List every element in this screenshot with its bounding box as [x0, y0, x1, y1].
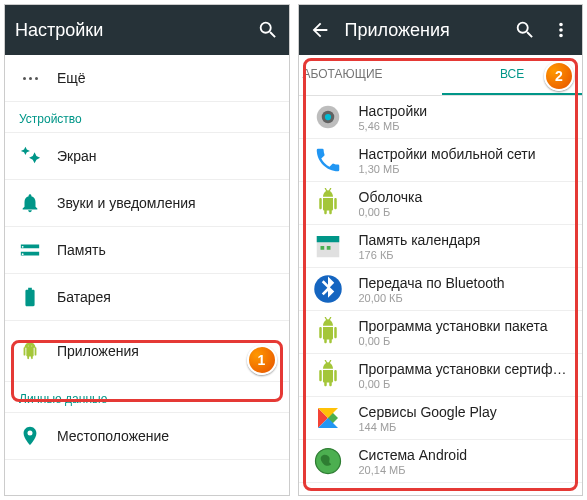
app-row[interactable]: Оболочка0,00 Б [299, 182, 583, 225]
row-label: Батарея [57, 289, 279, 305]
globe-icon [313, 446, 343, 476]
overflow-icon[interactable] [550, 19, 572, 41]
app-size: 20,14 МБ [359, 464, 573, 476]
badge-1: 1 [247, 345, 277, 375]
bluetooth-icon [313, 274, 343, 304]
apps-screen: Приложения АБОТАЮЩИЕ ВСЕ Настройки5,46 М… [298, 4, 584, 496]
android-icon [313, 188, 343, 218]
calendar-icon [313, 231, 343, 261]
appbar-title: Настройки [15, 20, 243, 41]
android-icon [313, 317, 343, 347]
more-label: Ещё [57, 70, 279, 86]
tab-running[interactable]: АБОТАЮЩИЕ [299, 55, 443, 95]
more-icon [19, 67, 41, 89]
row-storage[interactable]: Память [5, 227, 289, 274]
app-name: Система Android [359, 447, 573, 463]
app-name: Передача по Bluetooth [359, 275, 573, 291]
location-icon [19, 425, 41, 447]
appbar: Настройки [5, 5, 289, 55]
row-label: Экран [57, 148, 279, 164]
app-row[interactable]: Настройки5,46 МБ [299, 96, 583, 139]
row-label: Приложения [57, 343, 279, 359]
row-label: Звуки и уведомления [57, 195, 279, 211]
play-icon [313, 403, 343, 433]
appbar: Приложения [299, 5, 583, 55]
back-icon[interactable] [309, 19, 331, 41]
apps-icon [19, 340, 41, 362]
row-display[interactable]: Экран [5, 133, 289, 180]
row-label: Память [57, 242, 279, 258]
svg-point-2 [324, 114, 330, 120]
app-row[interactable]: Система Android20,14 МБ [299, 440, 583, 483]
app-size: 5,46 МБ [359, 120, 573, 132]
appbar-title: Приложения [345, 20, 501, 41]
settings-content: Ещё Устройство Экран Звуки и уведомления… [5, 55, 289, 495]
tabs: АБОТАЮЩИЕ ВСЕ [299, 55, 583, 96]
app-name: Память календаря [359, 232, 573, 248]
android-icon [313, 360, 343, 390]
app-row[interactable]: Сервисы Google Play144 МБ [299, 397, 583, 440]
apps-list[interactable]: Настройки5,46 МБНастройки мобильной сети… [299, 96, 583, 495]
display-icon [19, 145, 41, 167]
row-location[interactable]: Местоположение [5, 413, 289, 460]
app-size: 0,00 Б [359, 378, 573, 390]
app-size: 1,30 МБ [359, 163, 573, 175]
app-row[interactable]: Программа установки сертификата0,00 Б [299, 354, 583, 397]
tab-label: ВСЕ [500, 67, 524, 81]
more-row[interactable]: Ещё [5, 55, 289, 102]
row-sound[interactable]: Звуки и уведомления [5, 180, 289, 227]
row-label: Местоположение [57, 428, 279, 444]
app-size: 0,00 Б [359, 335, 573, 347]
app-name: Настройки мобильной сети [359, 146, 573, 162]
app-size: 144 МБ [359, 421, 573, 433]
app-row[interactable]: Память календаря176 КБ [299, 225, 583, 268]
settings-screen: Настройки Ещё Устройство Экран Звуки и у… [4, 4, 290, 496]
app-row[interactable]: Настройки мобильной сети1,30 МБ [299, 139, 583, 182]
tab-label: АБОТАЮЩИЕ [303, 67, 383, 81]
app-row[interactable]: Передача по Bluetooth20,00 КБ [299, 268, 583, 311]
svg-rect-4 [316, 236, 339, 242]
app-name: Программа установки сертификата [359, 361, 573, 377]
app-size: 0,00 Б [359, 206, 573, 218]
row-battery[interactable]: Батарея [5, 274, 289, 321]
app-size: 176 КБ [359, 249, 573, 261]
section-personal: Личные данные [5, 382, 289, 413]
row-apps[interactable]: Приложения [5, 321, 289, 382]
app-row[interactable]: Программа установки пакета0,00 Б [299, 311, 583, 354]
storage-icon [19, 239, 41, 261]
app-name: Настройки [359, 103, 573, 119]
app-size: 20,00 КБ [359, 292, 573, 304]
search-icon[interactable] [514, 19, 536, 41]
app-name: Программа установки пакета [359, 318, 573, 334]
svg-rect-6 [326, 246, 330, 250]
battery-icon [19, 286, 41, 308]
badge-2: 2 [544, 61, 574, 91]
phone-icon [313, 145, 343, 175]
app-name: Оболочка [359, 189, 573, 205]
app-name: Сервисы Google Play [359, 404, 573, 420]
svg-rect-5 [320, 246, 324, 250]
search-icon[interactable] [257, 19, 279, 41]
bell-icon [19, 192, 41, 214]
section-device: Устройство [5, 102, 289, 133]
settings-icon [313, 102, 343, 132]
